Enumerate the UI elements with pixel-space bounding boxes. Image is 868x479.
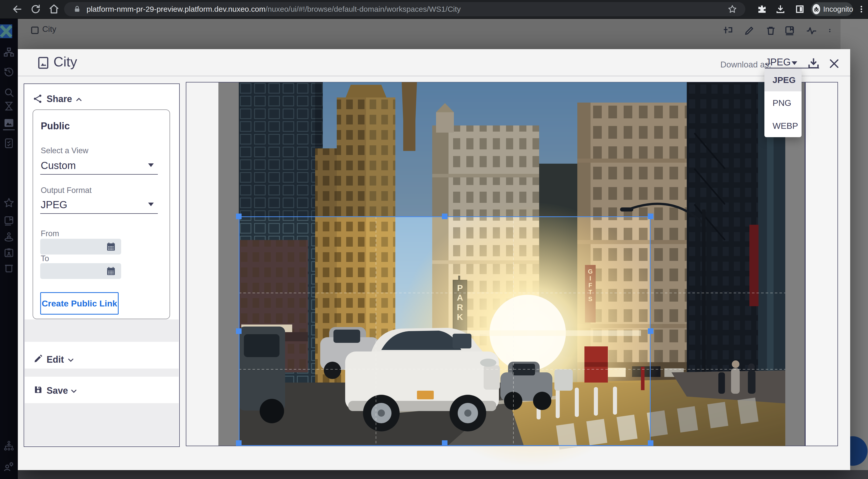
trash-icon [765,25,776,36]
more-kebab-icon [827,28,833,34]
crop-veil-right [651,216,785,446]
card-title: Public [41,121,70,132]
section-gap [25,319,179,342]
header-divider [18,75,850,76]
dialog-title: City [54,54,77,69]
dropdown-arrow-icon[interactable] [792,61,797,65]
chevron-down-icon[interactable] [66,356,75,364]
chevron-down-icon[interactable] [69,387,78,395]
browser-menu-kebab-icon[interactable] [855,0,868,18]
edit-pencil-icon [33,354,43,363]
image-preview-dialog: City Download as: JPEG Share Public Sele… [18,49,850,470]
collections-icon[interactable] [3,215,15,226]
format-option-png[interactable]: PNG [765,91,802,114]
incognito-icon [812,4,820,14]
download-format-menu: JPEG PNG WEBP [765,68,802,137]
crop-handle-middle-left[interactable] [236,328,242,334]
nuxeo-logo[interactable] [0,25,12,38]
contact-card-icon[interactable] [3,247,15,259]
home-icon[interactable] [46,0,62,18]
image-doc-icon [36,56,51,70]
lock-icon [73,5,81,13]
tasks-icon[interactable] [3,137,15,149]
browse-tree-icon[interactable] [3,47,15,59]
crop-handle-middle-right[interactable] [648,328,653,334]
crop-handle-top-left[interactable] [236,214,242,219]
browser-toolbar: platform-nmm-pr-29-preview.platform.dev.… [0,0,868,19]
history-icon[interactable] [3,66,15,77]
screen: platform-nmm-pr-29-preview.platform.dev.… [0,0,868,479]
save-section-header[interactable]: Save [46,385,68,396]
hourglass-icon[interactable] [3,100,15,112]
search-nav-icon[interactable] [3,87,15,98]
section-gap [25,369,179,377]
back-icon[interactable] [10,0,25,18]
format-dropdown-arrow-icon[interactable] [148,202,154,206]
side-panel-icon[interactable] [792,0,807,18]
calendar-icon[interactable] [106,266,116,276]
extensions-icon[interactable] [754,0,769,18]
format-option-webp[interactable]: WEBP [765,114,802,137]
chevron-up-icon[interactable] [74,95,83,104]
from-label: From [41,229,59,238]
select-view-dropdown[interactable]: Custom [41,160,76,171]
pin-icon [722,25,734,36]
crop-handle-top-center[interactable] [442,214,447,219]
app-sidebar-rail [0,18,18,479]
edit-section-header[interactable]: Edit [46,354,64,365]
background-page-title: City [42,25,56,34]
field-underline [40,174,158,174]
calendar-icon[interactable] [106,242,116,252]
output-format-label: Output Format [41,186,92,195]
download-button[interactable] [806,56,820,70]
activity-pulse-icon [806,25,817,36]
assets-icon[interactable] [3,117,15,129]
trash-nav-icon[interactable] [3,262,15,274]
background-bottom-strip [18,470,868,479]
from-date-input[interactable] [40,239,121,255]
select-view-label: Select a View [41,146,88,155]
public-share-card: Public Select a View Custom Output Forma… [33,109,170,319]
favorites-star-icon[interactable] [3,197,15,209]
workflow-users-icon[interactable] [3,440,15,452]
view-dropdown-arrow-icon[interactable] [148,163,154,167]
profile-person-icon[interactable] [3,231,15,243]
share-icon [33,94,43,104]
edit-pen-icon [744,25,755,36]
to-date-input[interactable] [40,263,121,279]
share-section-header[interactable]: Share [46,94,72,104]
document-type-icon [30,26,40,35]
crop-handle-bottom-center[interactable] [442,440,447,446]
url-path: /nuxeo/ui/#!/browse/default-domain/works… [266,5,461,13]
downloads-icon[interactable] [773,0,788,18]
crop-handle-top-right[interactable] [648,214,653,219]
section-gap [25,403,179,446]
viewer-side-panel [805,82,838,446]
url-domain: platform-nmm-pr-29-preview.platform.dev.… [87,5,266,13]
incognito-label: Incognito [823,5,853,13]
crop-veil-top [239,82,785,216]
download-as-label: Download as: [720,60,771,69]
background-page-header: City [18,18,840,49]
output-format-dropdown[interactable]: JPEG [41,199,67,211]
download-format-select[interactable]: JPEG [766,57,790,68]
address-bar[interactable]: platform-nmm-pr-29-preview.platform.dev.… [64,2,745,16]
format-option-jpeg[interactable]: JPEG [765,68,802,91]
photo-city-street[interactable]: PARK GIFTS [239,82,785,446]
admin-settings-icon[interactable] [3,461,15,472]
save-floppy-icon [33,385,43,394]
tools-sidebar: Share Public Select a View Custom Output… [24,84,180,447]
bookmark-star-icon[interactable] [727,4,737,14]
close-button[interactable] [828,57,840,70]
to-label: To [41,254,49,263]
create-public-link-button[interactable]: Create Public Link [40,292,119,315]
reload-icon[interactable] [28,0,43,18]
crop-handle-bottom-right[interactable] [648,440,653,446]
collections-book-icon [784,25,795,36]
incognito-badge[interactable]: Incognito [811,2,853,16]
field-underline [40,213,158,214]
url-text[interactable]: platform-nmm-pr-29-preview.platform.dev.… [87,5,461,13]
crop-handle-bottom-left[interactable] [236,440,242,446]
